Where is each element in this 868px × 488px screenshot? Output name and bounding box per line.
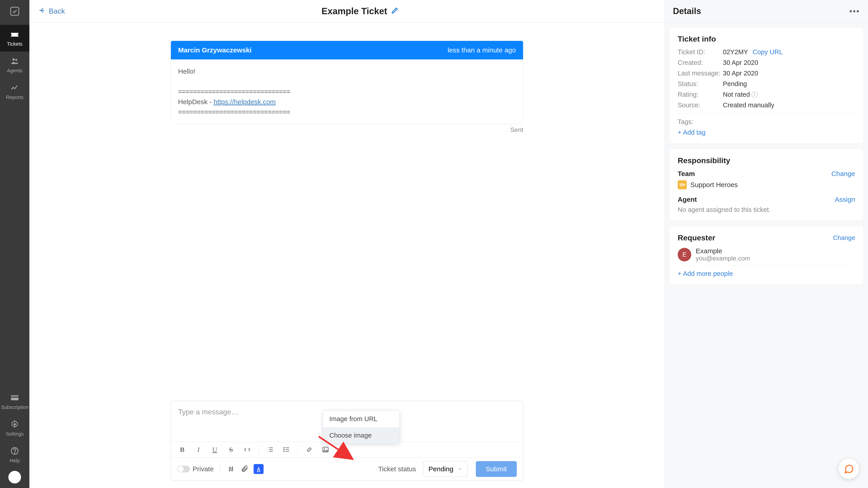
svg-rect-3 xyxy=(11,395,18,400)
card-title: Ticket info xyxy=(678,35,855,43)
team-label: Team xyxy=(678,170,695,177)
svg-point-5 xyxy=(13,423,16,425)
agent-label: Agent xyxy=(678,196,697,203)
change-team-link[interactable]: Change xyxy=(831,170,855,177)
message-timestamp: less than a minute ago xyxy=(447,46,516,54)
svg-rect-13 xyxy=(257,471,260,472)
page-title: Example Ticket xyxy=(321,6,387,16)
svg-point-10 xyxy=(284,451,284,452)
header-bar: Back Example Ticket xyxy=(29,0,664,23)
card-title: Responsibility xyxy=(678,156,855,165)
assign-agent-link[interactable]: Assign xyxy=(835,196,855,203)
panel-header: Details ••• xyxy=(665,0,868,23)
choose-image-option[interactable]: Choose image xyxy=(323,427,399,444)
team-badge: SH xyxy=(678,180,687,189)
back-label: Back xyxy=(49,7,65,15)
link-button[interactable] xyxy=(304,445,314,455)
edit-title-button[interactable] xyxy=(391,6,399,16)
nav-help[interactable]: Help xyxy=(0,442,29,468)
change-requester-link[interactable]: Change xyxy=(833,234,855,241)
composer-bottom-row: Private Ticket status Pending S xyxy=(171,457,523,481)
rating-value: Not rated xyxy=(723,91,750,98)
nav-label: Help xyxy=(9,458,20,464)
app-logo[interactable] xyxy=(8,4,22,18)
nav-settings[interactable]: Settings xyxy=(0,415,29,442)
info-icon[interactable]: i xyxy=(752,92,757,98)
svg-point-7 xyxy=(14,453,15,453)
svg-point-1 xyxy=(12,58,15,61)
back-button[interactable]: Back xyxy=(38,6,65,16)
image-insert-popup: Image from URL Choose image xyxy=(323,411,400,444)
last-message-value: 30 Apr 2020 xyxy=(723,70,758,77)
toolbar-divider xyxy=(298,446,298,454)
message-sender: Marcin Grzywaczewski xyxy=(178,46,252,54)
nav-label: Reports xyxy=(6,94,23,100)
more-options-button[interactable]: ••• xyxy=(849,6,860,16)
chevron-down-icon xyxy=(458,467,462,471)
tickets-icon xyxy=(10,29,20,39)
add-tag-link[interactable]: + Add tag xyxy=(678,129,855,136)
svg-point-8 xyxy=(284,448,284,448)
image-from-url-option[interactable]: Image from URL xyxy=(323,411,399,427)
nav-tickets[interactable]: Tickets xyxy=(0,25,29,52)
status-value: Pending xyxy=(723,80,747,88)
requester-email: you@example.com xyxy=(696,255,750,262)
code-button[interactable] xyxy=(242,445,252,455)
responsibility-card: Responsibility Team Change SH Support He… xyxy=(669,149,864,221)
settings-icon xyxy=(10,419,20,429)
submit-button[interactable]: Submit xyxy=(476,461,517,477)
italic-button[interactable]: I xyxy=(193,445,204,455)
sent-label: Sent xyxy=(170,126,523,133)
main-area: Back Example Ticket Marcin Grzywaczewski… xyxy=(29,0,664,488)
content-area: Marcin Grzywaczewski less than a minute … xyxy=(29,23,664,488)
nav-label: Settings xyxy=(6,431,24,437)
image-button[interactable] xyxy=(320,445,331,455)
toggle-switch[interactable] xyxy=(177,466,190,473)
ordered-list-button[interactable] xyxy=(265,445,275,455)
status-select[interactable]: Pending xyxy=(423,461,468,477)
created-value: 30 Apr 2020 xyxy=(723,59,758,66)
details-panel: Details ••• Ticket info Ticket ID: 02Y2M… xyxy=(664,0,868,488)
formatting-toolbar: B I U S xyxy=(171,442,523,457)
user-avatar[interactable] xyxy=(8,471,21,484)
attachment-button[interactable] xyxy=(240,464,249,474)
no-agent-text: No agent assigned to this ticket. xyxy=(678,206,855,214)
nav-agents[interactable]: Agents xyxy=(0,52,29,78)
private-toggle[interactable]: Private xyxy=(177,465,214,473)
text-color-button[interactable] xyxy=(254,464,264,474)
message-composer: Type a message… B I U S xyxy=(170,401,523,481)
requester-card: Requester Change E Example you@example.c… xyxy=(669,226,864,285)
bold-button[interactable]: B xyxy=(177,445,187,455)
svg-point-12 xyxy=(324,449,325,450)
requester-avatar: E xyxy=(678,248,691,261)
ticket-id-label: Ticket ID: xyxy=(678,48,723,56)
message-header: Marcin Grzywaczewski less than a minute … xyxy=(171,41,523,59)
copy-url-link[interactable]: Copy URL xyxy=(752,48,783,56)
signature-link[interactable]: https://helpdesk.com xyxy=(214,98,276,105)
team-name: Support Heroes xyxy=(690,181,738,189)
back-arrow-icon xyxy=(38,6,46,16)
toolbar-divider xyxy=(258,446,259,454)
svg-rect-0 xyxy=(11,7,19,15)
last-message-label: Last message: xyxy=(678,70,723,77)
nav-reports[interactable]: Reports xyxy=(0,78,29,105)
ticket-info-card: Ticket info Ticket ID: 02Y2MY Copy URL C… xyxy=(669,27,864,144)
chat-bubble-button[interactable] xyxy=(839,459,859,479)
svg-point-2 xyxy=(16,59,17,61)
unordered-list-button[interactable] xyxy=(281,445,291,455)
help-icon xyxy=(10,446,20,456)
panel-title: Details xyxy=(673,6,701,16)
nav-label: Agents xyxy=(7,68,23,74)
signature-line: HelpDesk - https://helpdesk.com xyxy=(178,97,516,107)
message-card: Marcin Grzywaczewski less than a minute … xyxy=(170,41,523,124)
status-label: Status: xyxy=(678,80,723,88)
add-more-people-link[interactable]: + Add more people xyxy=(678,266,855,278)
message-separator: ============================== xyxy=(178,107,516,117)
svg-point-9 xyxy=(284,449,284,450)
status-label: Ticket status xyxy=(378,465,416,473)
strikethrough-button[interactable]: S xyxy=(226,445,236,455)
nav-subscription[interactable]: Subscription xyxy=(0,388,29,415)
hashtag-button[interactable] xyxy=(226,464,236,474)
agents-icon xyxy=(10,56,20,66)
underline-button[interactable]: U xyxy=(210,445,220,455)
